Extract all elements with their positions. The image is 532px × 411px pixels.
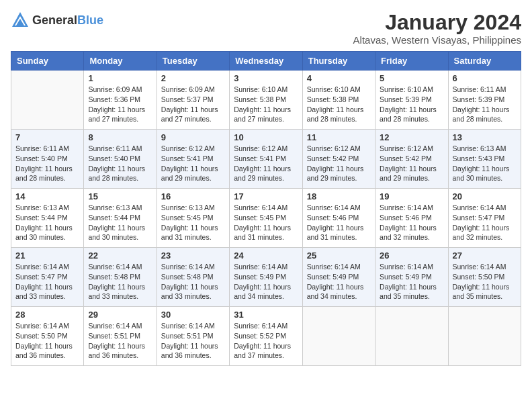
day-info: Sunrise: 6:14 AMSunset: 5:51 PMDaylight:…	[88, 321, 152, 361]
day-header-saturday: Saturday	[448, 52, 521, 71]
day-info: Sunrise: 6:14 AMSunset: 5:47 PMDaylight:…	[15, 262, 79, 302]
day-info: Sunrise: 6:10 AMSunset: 5:39 PMDaylight:…	[380, 85, 443, 124]
calendar-cell: 19Sunrise: 6:14 AMSunset: 5:46 PMDayligh…	[375, 189, 448, 248]
calendar-week-row: 1Sunrise: 6:09 AMSunset: 5:36 PMDaylight…	[11, 71, 521, 130]
calendar-cell: 18Sunrise: 6:14 AMSunset: 5:46 PMDayligh…	[302, 189, 375, 248]
day-info: Sunrise: 6:14 AMSunset: 5:50 PMDaylight:…	[453, 262, 517, 302]
day-header-tuesday: Tuesday	[157, 52, 229, 71]
day-number: 11	[307, 132, 371, 142]
location-title: Altavas, Western Visayas, Philippines	[353, 34, 521, 46]
logo-icon	[11, 11, 30, 30]
day-number: 10	[234, 132, 298, 142]
day-info: Sunrise: 6:11 AMSunset: 5:39 PMDaylight:…	[453, 85, 517, 124]
day-number: 7	[15, 132, 79, 142]
day-number: 12	[380, 132, 443, 142]
header: GeneralBlue January 2024 Altavas, Wester…	[11, 11, 521, 46]
calendar-cell	[302, 307, 375, 366]
calendar-cell	[448, 307, 521, 366]
calendar-cell: 20Sunrise: 6:14 AMSunset: 5:47 PMDayligh…	[448, 189, 521, 248]
calendar-week-row: 7Sunrise: 6:11 AMSunset: 5:40 PMDaylight…	[11, 130, 521, 189]
month-title: January 2024	[353, 11, 521, 34]
day-info: Sunrise: 6:14 AMSunset: 5:49 PMDaylight:…	[234, 262, 298, 302]
day-number: 6	[453, 73, 517, 83]
day-info: Sunrise: 6:11 AMSunset: 5:40 PMDaylight:…	[15, 144, 79, 183]
logo-text-blue: Blue	[77, 13, 103, 27]
day-info: Sunrise: 6:12 AMSunset: 5:41 PMDaylight:…	[161, 144, 225, 183]
day-info: Sunrise: 6:14 AMSunset: 5:45 PMDaylight:…	[234, 203, 298, 242]
calendar-week-row: 21Sunrise: 6:14 AMSunset: 5:47 PMDayligh…	[11, 248, 521, 307]
day-info: Sunrise: 6:14 AMSunset: 5:49 PMDaylight:…	[307, 262, 371, 302]
calendar-cell: 29Sunrise: 6:14 AMSunset: 5:51 PMDayligh…	[84, 307, 157, 366]
day-number: 2	[161, 73, 225, 83]
day-number: 17	[234, 191, 298, 201]
day-number: 27	[453, 250, 517, 261]
day-info: Sunrise: 6:09 AMSunset: 5:37 PMDaylight:…	[161, 85, 225, 124]
calendar-cell: 5Sunrise: 6:10 AMSunset: 5:39 PMDaylight…	[375, 71, 448, 130]
day-header-friday: Friday	[375, 52, 448, 71]
calendar-cell: 30Sunrise: 6:14 AMSunset: 5:51 PMDayligh…	[157, 307, 229, 366]
day-info: Sunrise: 6:12 AMSunset: 5:41 PMDaylight:…	[234, 144, 298, 183]
calendar-cell: 13Sunrise: 6:13 AMSunset: 5:43 PMDayligh…	[448, 130, 521, 189]
calendar-cell: 9Sunrise: 6:12 AMSunset: 5:41 PMDaylight…	[157, 130, 229, 189]
calendar-cell: 28Sunrise: 6:14 AMSunset: 5:50 PMDayligh…	[11, 307, 84, 366]
day-info: Sunrise: 6:12 AMSunset: 5:42 PMDaylight:…	[380, 144, 443, 183]
calendar-cell: 25Sunrise: 6:14 AMSunset: 5:49 PMDayligh…	[302, 248, 375, 307]
day-info: Sunrise: 6:12 AMSunset: 5:42 PMDaylight:…	[307, 144, 371, 183]
calendar-cell: 7Sunrise: 6:11 AMSunset: 5:40 PMDaylight…	[11, 130, 84, 189]
day-header-thursday: Thursday	[302, 52, 375, 71]
calendar-cell: 21Sunrise: 6:14 AMSunset: 5:47 PMDayligh…	[11, 248, 84, 307]
calendar-cell: 10Sunrise: 6:12 AMSunset: 5:41 PMDayligh…	[230, 130, 302, 189]
day-number: 3	[234, 73, 298, 83]
day-number: 30	[161, 310, 225, 320]
day-number: 19	[380, 191, 443, 201]
day-info: Sunrise: 6:14 AMSunset: 5:52 PMDaylight:…	[234, 321, 298, 361]
day-number: 25	[307, 250, 371, 261]
calendar-cell: 26Sunrise: 6:14 AMSunset: 5:49 PMDayligh…	[375, 248, 448, 307]
day-number: 28	[15, 310, 79, 320]
day-number: 13	[453, 132, 517, 142]
day-info: Sunrise: 6:13 AMSunset: 5:44 PMDaylight:…	[15, 203, 79, 242]
calendar-cell	[375, 307, 448, 366]
day-number: 24	[234, 250, 298, 261]
day-number: 14	[15, 191, 79, 201]
day-info: Sunrise: 6:13 AMSunset: 5:43 PMDaylight:…	[453, 144, 517, 183]
day-number: 22	[88, 250, 152, 261]
calendar-cell: 1Sunrise: 6:09 AMSunset: 5:36 PMDaylight…	[84, 71, 157, 130]
day-number: 20	[453, 191, 517, 201]
day-info: Sunrise: 6:10 AMSunset: 5:38 PMDaylight:…	[307, 85, 371, 124]
calendar-cell: 22Sunrise: 6:14 AMSunset: 5:48 PMDayligh…	[84, 248, 157, 307]
calendar-week-row: 14Sunrise: 6:13 AMSunset: 5:44 PMDayligh…	[11, 189, 521, 248]
logo-text-general: General	[32, 13, 77, 27]
calendar-cell: 17Sunrise: 6:14 AMSunset: 5:45 PMDayligh…	[230, 189, 302, 248]
day-header-wednesday: Wednesday	[230, 52, 302, 71]
day-number: 23	[161, 250, 225, 261]
calendar-week-row: 28Sunrise: 6:14 AMSunset: 5:50 PMDayligh…	[11, 307, 521, 366]
logo: GeneralBlue	[11, 11, 103, 30]
day-number: 1	[88, 73, 152, 83]
day-info: Sunrise: 6:14 AMSunset: 5:51 PMDaylight:…	[161, 321, 225, 361]
calendar-cell: 2Sunrise: 6:09 AMSunset: 5:37 PMDaylight…	[157, 71, 229, 130]
calendar-header-row: SundayMondayTuesdayWednesdayThursdayFrid…	[11, 52, 521, 71]
day-number: 26	[380, 250, 443, 261]
day-info: Sunrise: 6:14 AMSunset: 5:46 PMDaylight:…	[380, 203, 443, 242]
day-number: 31	[234, 310, 298, 320]
title-area: January 2024 Altavas, Western Visayas, P…	[353, 11, 521, 46]
day-info: Sunrise: 6:10 AMSunset: 5:38 PMDaylight:…	[234, 85, 298, 124]
calendar-table: SundayMondayTuesdayWednesdayThursdayFrid…	[11, 51, 521, 366]
calendar-cell: 4Sunrise: 6:10 AMSunset: 5:38 PMDaylight…	[302, 71, 375, 130]
calendar-cell: 31Sunrise: 6:14 AMSunset: 5:52 PMDayligh…	[230, 307, 302, 366]
day-info: Sunrise: 6:09 AMSunset: 5:36 PMDaylight:…	[88, 85, 152, 124]
calendar-cell: 15Sunrise: 6:13 AMSunset: 5:44 PMDayligh…	[84, 189, 157, 248]
day-number: 15	[88, 191, 152, 201]
day-number: 18	[307, 191, 371, 201]
day-number: 16	[161, 191, 225, 201]
day-info: Sunrise: 6:14 AMSunset: 5:46 PMDaylight:…	[307, 203, 371, 242]
day-info: Sunrise: 6:14 AMSunset: 5:47 PMDaylight:…	[453, 203, 517, 242]
day-header-monday: Monday	[84, 52, 157, 71]
calendar-cell: 8Sunrise: 6:11 AMSunset: 5:40 PMDaylight…	[84, 130, 157, 189]
day-number: 21	[15, 250, 79, 261]
day-header-sunday: Sunday	[11, 52, 84, 71]
calendar-cell	[11, 71, 84, 130]
calendar-cell: 24Sunrise: 6:14 AMSunset: 5:49 PMDayligh…	[230, 248, 302, 307]
day-number: 9	[161, 132, 225, 142]
